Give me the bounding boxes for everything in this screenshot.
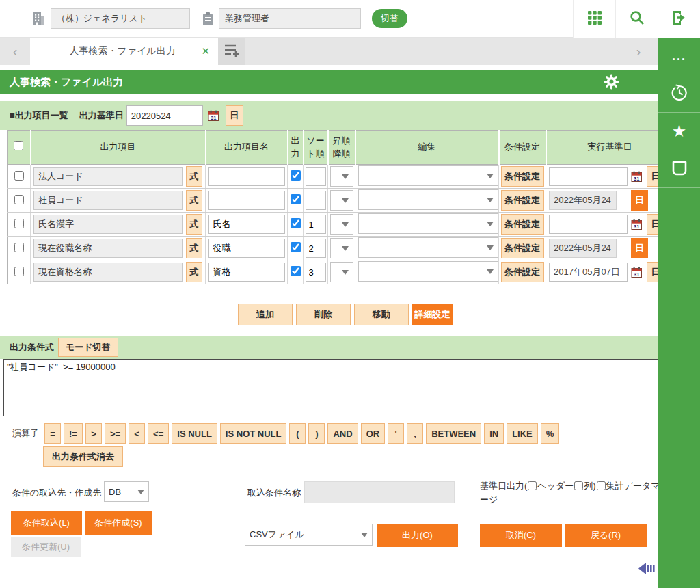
operator-button[interactable]: != (64, 423, 83, 444)
base-date-input[interactable] (126, 105, 203, 126)
apps-grid-button[interactable] (573, 0, 615, 38)
file-type-select[interactable]: CSVファイル (245, 524, 373, 546)
output-button[interactable]: 出力(O) (377, 524, 458, 547)
edit-select[interactable] (358, 213, 498, 234)
exec-date-input[interactable] (549, 215, 628, 234)
operator-button[interactable]: IS NULL (172, 423, 217, 444)
condition-setting-button[interactable]: 条件設定 (501, 190, 544, 211)
operator-button[interactable]: ( (289, 423, 306, 444)
edit-select[interactable] (358, 237, 498, 258)
settings-button[interactable] (604, 74, 619, 92)
output-checkbox[interactable] (291, 242, 301, 252)
select-all-checkbox[interactable] (14, 141, 23, 150)
sort-order-input[interactable] (306, 167, 326, 186)
tab-jinji-search[interactable]: 人事検索・ファイル出力 ✕ (30, 38, 218, 65)
edit-select[interactable] (358, 261, 498, 282)
condition-setting-button[interactable]: 条件設定 (501, 214, 544, 235)
company-field[interactable] (51, 8, 190, 29)
dest-select[interactable]: DB (104, 481, 149, 502)
condition-expression-textarea[interactable]: "社員コード" >= 19000000 (3, 359, 673, 416)
favorites-button[interactable]: ★ (658, 113, 700, 150)
row-select-checkbox[interactable] (14, 219, 24, 228)
edit-select[interactable] (358, 189, 498, 210)
operator-button[interactable]: < (129, 423, 145, 444)
edit-select[interactable] (358, 165, 498, 186)
item-name-input[interactable] (208, 191, 285, 210)
load-condition-button[interactable]: 条件取込(L) (11, 511, 82, 535)
exec-date-input[interactable] (549, 263, 628, 282)
asc-desc-select[interactable] (330, 238, 353, 258)
add-button[interactable]: 追加 (238, 304, 293, 325)
asc-desc-select[interactable] (330, 166, 353, 187)
calendar-icon[interactable]: 31 (631, 219, 643, 230)
switch-button[interactable]: 切替 (372, 9, 407, 28)
condition-setting-button[interactable]: 条件設定 (501, 238, 544, 258)
exec-date-day-button[interactable]: 日 (631, 190, 648, 211)
item-name-input[interactable] (208, 239, 285, 258)
new-tab-button[interactable] (218, 38, 245, 65)
row-select-checkbox[interactable] (14, 195, 24, 204)
formula-button[interactable]: 式 (186, 214, 202, 235)
condition-setting-button[interactable]: 条件設定 (501, 262, 544, 282)
item-name-input[interactable] (208, 215, 285, 234)
header-checkbox[interactable] (528, 481, 537, 490)
clear-condition-button[interactable]: 出力条件式消去 (43, 446, 123, 467)
formula-button[interactable]: 式 (186, 166, 202, 187)
output-checkbox[interactable] (291, 218, 301, 228)
sort-order-input[interactable] (306, 263, 326, 282)
create-condition-button[interactable]: 条件作成(S) (85, 511, 152, 535)
row-select-checkbox[interactable] (14, 243, 24, 252)
role-field[interactable] (219, 8, 361, 29)
sort-order-input[interactable] (306, 191, 326, 210)
base-date-day-button[interactable]: 日 (226, 105, 243, 126)
operator-button[interactable]: AND (327, 423, 358, 444)
history-button[interactable] (658, 75, 700, 113)
operator-button[interactable]: IS NOT NULL (220, 423, 287, 444)
search-button[interactable] (615, 0, 658, 38)
operator-button[interactable]: > (85, 423, 102, 444)
detail-settings-button[interactable]: 詳細設定 (412, 304, 453, 325)
sort-order-input[interactable] (306, 239, 326, 258)
operator-button[interactable]: = (44, 423, 61, 444)
operator-button[interactable]: ' (388, 423, 404, 444)
column-checkbox[interactable] (574, 481, 583, 490)
calendar-icon[interactable]: 31 (631, 171, 643, 183)
item-name-input[interactable] (208, 263, 285, 282)
row-select-checkbox[interactable] (14, 171, 24, 181)
merge-checkbox[interactable] (597, 481, 606, 490)
output-checkbox[interactable] (291, 266, 301, 276)
operator-button[interactable]: >= (105, 423, 126, 444)
exec-date-day-button[interactable]: 日 (631, 238, 648, 258)
calendar-icon[interactable]: 31 (208, 110, 219, 122)
operator-button[interactable]: LIKE (507, 423, 538, 444)
asc-desc-select[interactable] (330, 190, 353, 211)
operator-button[interactable]: OR (361, 423, 386, 444)
tab-scroll-right[interactable]: › (623, 38, 654, 65)
asc-desc-select[interactable] (330, 214, 353, 235)
operator-button[interactable]: ) (308, 423, 325, 444)
move-button[interactable]: 移動 (354, 304, 409, 325)
delete-button[interactable]: 削除 (296, 304, 351, 325)
row-select-checkbox[interactable] (14, 267, 24, 276)
output-checkbox[interactable] (291, 170, 301, 181)
output-checkbox[interactable] (291, 194, 301, 204)
operator-button[interactable]: , (407, 423, 423, 444)
tab-scroll-left[interactable]: ‹ (0, 38, 30, 65)
back-button[interactable]: 戻る(R) (565, 524, 647, 547)
operator-button[interactable]: BETWEEN (426, 423, 481, 444)
mode-switch-button[interactable]: モード切替 (58, 338, 118, 357)
operator-button[interactable]: IN (484, 423, 504, 444)
cancel-button[interactable]: 取消(C) (480, 524, 562, 547)
memo-button[interactable] (658, 150, 700, 188)
sort-order-input[interactable] (306, 215, 326, 234)
collapse-arrow-icon[interactable] (638, 562, 657, 577)
formula-button[interactable]: 式 (186, 190, 202, 211)
formula-button[interactable]: 式 (186, 262, 202, 282)
formula-button[interactable]: 式 (186, 238, 202, 258)
calendar-icon[interactable]: 31 (631, 267, 643, 278)
condition-setting-button[interactable]: 条件設定 (501, 166, 544, 187)
exec-date-input[interactable] (549, 167, 628, 186)
tab-close-icon[interactable]: ✕ (201, 45, 210, 57)
operator-button[interactable]: <= (148, 423, 169, 444)
more-menu-button[interactable]: ... (658, 38, 700, 75)
